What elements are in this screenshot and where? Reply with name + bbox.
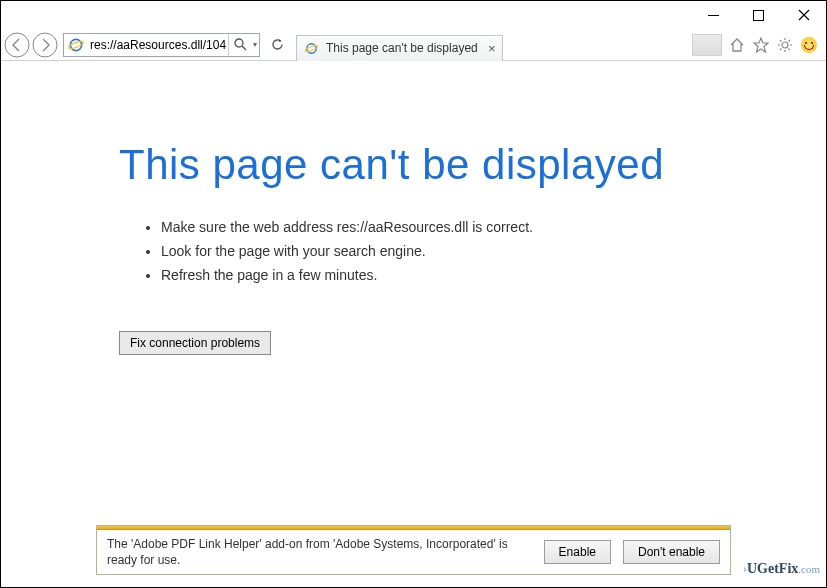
- svg-point-2: [33, 33, 57, 57]
- settings-icon[interactable]: [776, 36, 794, 54]
- feedback-smiley-icon[interactable]: [800, 36, 818, 54]
- page-content: This page can't be displayed Make sure t…: [1, 61, 826, 587]
- error-tip: Make sure the web address res://aaResour…: [161, 219, 826, 235]
- forward-button[interactable]: [31, 31, 59, 59]
- svg-point-8: [782, 42, 788, 48]
- close-button[interactable]: [781, 1, 826, 29]
- address-bar: ▾: [63, 33, 260, 57]
- dont-enable-button[interactable]: Don't enable: [623, 540, 720, 564]
- svg-point-7: [305, 44, 319, 52]
- search-dropdown-icon[interactable]: ▾: [251, 40, 259, 49]
- favorites-icon[interactable]: [752, 36, 770, 54]
- error-tip: Refresh the page in a few minutes.: [161, 267, 826, 283]
- watermark: ›UGetFix.com: [743, 560, 820, 577]
- toolbar-right: [692, 34, 818, 56]
- window-titlebar: [1, 1, 826, 29]
- notification-text: The 'Adobe PDF Link Helper' add-on from …: [107, 536, 532, 568]
- home-icon[interactable]: [728, 36, 746, 54]
- fix-connection-button[interactable]: Fix connection problems: [119, 331, 271, 355]
- browser-tab[interactable]: This page can't be displayed ×: [296, 35, 503, 61]
- tab-close-icon[interactable]: ×: [488, 41, 496, 56]
- refresh-button[interactable]: [266, 34, 288, 56]
- minimize-button[interactable]: [691, 1, 736, 29]
- svg-point-4: [68, 40, 84, 50]
- back-button[interactable]: [3, 31, 31, 59]
- error-tips-list: Make sure the web address res://aaResour…: [141, 219, 826, 283]
- error-tip: Look for the page with your search engin…: [161, 243, 826, 259]
- enable-button[interactable]: Enable: [544, 540, 611, 564]
- maximize-button[interactable]: [736, 1, 781, 29]
- search-icon[interactable]: [229, 34, 251, 56]
- tab-title: This page can't be displayed: [326, 41, 476, 55]
- ie-icon: [304, 41, 319, 56]
- browser-toolbar: ▾ This page can't be displayed ×: [1, 29, 826, 61]
- ie-icon: [67, 36, 85, 54]
- new-tab-button[interactable]: [692, 34, 722, 56]
- address-tools: ▾: [228, 34, 259, 56]
- svg-point-1: [5, 33, 29, 57]
- addon-notification-bar: The 'Adobe PDF Link Helper' add-on from …: [96, 525, 731, 575]
- address-input[interactable]: [88, 34, 228, 56]
- svg-point-5: [235, 39, 243, 47]
- error-heading: This page can't be displayed: [119, 141, 826, 189]
- svg-rect-0: [754, 10, 764, 20]
